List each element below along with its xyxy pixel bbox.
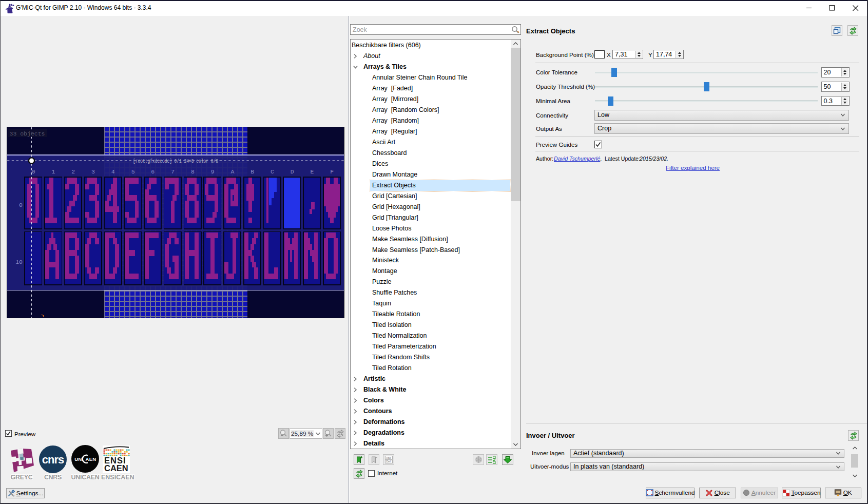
svg-text:4: 4 [111,168,115,175]
svg-text:0: 0 [19,202,23,208]
svg-text:9: 9 [211,168,215,175]
svg-text:CAEN: CAEN [104,463,128,473]
svg-text:0: 0 [32,168,35,175]
svg-text:D: D [291,168,294,175]
svg-text:UNi: UNi [74,456,83,462]
svg-text:[root:gfxdecode] 0/1 24×8 colo: [root:gfxdecode] 0/1 24×8 color 0/8 [133,158,218,164]
svg-text:1: 1 [52,168,55,175]
svg-text:5: 5 [131,168,135,175]
svg-text:3: 3 [91,168,95,175]
svg-text:A: A [230,168,234,175]
svg-text:7: 7 [171,168,175,175]
svg-text:8: 8 [191,168,195,175]
svg-text:C: C [271,168,274,175]
svg-text:Abc: Abc [386,456,391,459]
svg-text:F: F [330,168,334,175]
svg-text:B: B [250,168,254,175]
svg-text:6: 6 [151,168,155,175]
svg-text:Def: Def [386,460,391,463]
svg-text:2: 2 [71,168,75,175]
svg-text:33 objects: 33 objects [10,130,45,137]
svg-text:E: E [311,168,314,175]
svg-text:AEN: AEN [86,456,97,462]
svg-text:10: 10 [15,259,23,265]
svg-text:cnrs: cnrs [42,453,64,466]
